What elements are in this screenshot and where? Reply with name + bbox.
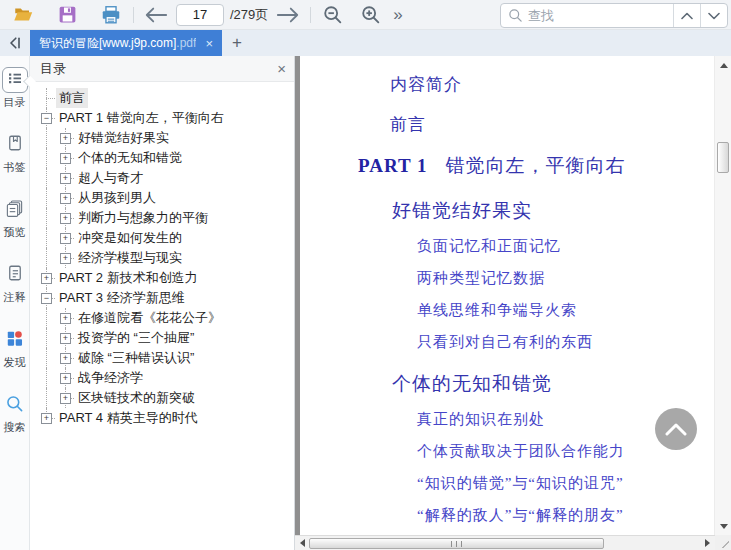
toc-item-label[interactable]: 好错觉结好果实 <box>75 128 172 148</box>
toc-item-label[interactable]: 前言 <box>56 88 88 108</box>
toc-item[interactable]: PART 3 经济学新思维 <box>30 288 294 308</box>
vertical-scrollbar[interactable] <box>714 56 731 535</box>
tree-expander-icon[interactable] <box>60 313 71 324</box>
toc-item[interactable]: PART 4 精英主导的时代 <box>30 408 294 428</box>
toc-item-label[interactable]: PART 3 经济学新思维 <box>56 288 188 308</box>
page-thumbnails-icon <box>5 199 24 222</box>
toc-item-label[interactable]: 从男孩到男人 <box>75 188 159 208</box>
next-page-icon[interactable] <box>276 3 300 27</box>
tree-expander-icon[interactable] <box>60 133 71 144</box>
sidebar-item-preview[interactable]: 预览 <box>2 197 28 240</box>
document-text-line[interactable]: “知识的错觉”与“知识的诅咒” <box>417 474 714 493</box>
tree-expander-icon[interactable] <box>41 413 52 424</box>
page-number-input[interactable] <box>176 4 224 26</box>
tree-expander-icon[interactable] <box>60 193 71 204</box>
document-text-line[interactable]: PART 1错觉向左，平衡向右 <box>358 153 714 179</box>
toc-item[interactable]: 区块链技术的新突破 <box>30 388 294 408</box>
tree-expander-icon[interactable] <box>60 393 71 404</box>
tree-expander-icon[interactable] <box>60 233 71 244</box>
toc-item[interactable]: PART 1 错觉向左，平衡向右 <box>30 108 294 128</box>
toc-item[interactable]: 前言 <box>30 88 294 108</box>
toc-item-label[interactable]: 区块链技术的新突破 <box>75 388 198 408</box>
find-previous-icon[interactable] <box>673 3 700 28</box>
toc-item[interactable]: 破除 “三种错误认识” <box>30 348 294 368</box>
horizontal-scrollbar[interactable] <box>295 535 715 550</box>
toc-item-label[interactable]: 破除 “三种错误认识” <box>75 348 197 368</box>
vertical-scroll-thumb[interactable] <box>717 142 729 173</box>
tree-expander-icon[interactable] <box>60 353 71 364</box>
toc-item-label[interactable]: 战争经济学 <box>75 368 146 388</box>
toc-item[interactable]: 超人与奇才 <box>30 168 294 188</box>
tree-expander-icon[interactable] <box>60 173 71 184</box>
find-input[interactable] <box>528 8 673 23</box>
toc-item[interactable]: 经济学模型与现实 <box>30 248 294 268</box>
back-to-top-button[interactable] <box>655 408 697 450</box>
sidebar-label: 书签 <box>4 160 26 175</box>
find-next-icon[interactable] <box>700 3 727 28</box>
document-text-line[interactable]: 好错觉结好果实 <box>392 198 714 224</box>
document-text-line[interactable]: 内容简介 <box>390 73 714 96</box>
resize-grip[interactable] <box>715 535 731 550</box>
tree-expander-icon[interactable] <box>60 253 71 264</box>
toc-item-label[interactable]: PART 1 错觉向左，平衡向右 <box>56 108 227 128</box>
toc-item-label[interactable]: 个体的无知和错觉 <box>75 148 185 168</box>
open-file-icon[interactable] <box>11 3 35 27</box>
scroll-up-icon[interactable] <box>715 58 731 72</box>
zoom-in-icon[interactable] <box>359 3 383 27</box>
sidebar-item-annotations[interactable]: 注释 <box>2 262 28 305</box>
tab-close-icon[interactable]: × <box>205 36 213 51</box>
toc-item[interactable]: 个体的无知和错觉 <box>30 148 294 168</box>
toc-item-label[interactable]: 在修道院看《花花公子》 <box>75 308 224 328</box>
toc-item-label[interactable]: 超人与奇才 <box>75 168 146 188</box>
tree-expander-icon[interactable] <box>60 153 71 164</box>
toc-item[interactable]: 冲突是如何发生的 <box>30 228 294 248</box>
toc-item-label[interactable]: 冲突是如何发生的 <box>75 228 185 248</box>
tree-expander-icon[interactable] <box>41 273 52 284</box>
toc-item[interactable]: 在修道院看《花花公子》 <box>30 308 294 328</box>
document-text-line[interactable]: 只看到对自己有利的东西 <box>417 333 714 352</box>
zoom-out-icon[interactable] <box>321 3 345 27</box>
toc-item-label[interactable]: PART 4 精英主导的时代 <box>56 408 201 428</box>
document-tab[interactable]: 智识的冒险[www.j9p.com].pdf × <box>30 30 222 56</box>
toc-item[interactable]: PART 2 新技术和创造力 <box>30 268 294 288</box>
pdf-page[interactable]: 内容简介 前言 PART 1错觉向左，平衡向右 好错觉结好果实 负面记忆和正面记… <box>300 56 714 535</box>
tree-expander-icon[interactable] <box>41 113 52 124</box>
scroll-left-icon[interactable] <box>296 536 309 550</box>
document-text-line[interactable]: 负面记忆和正面记忆 <box>417 237 714 256</box>
document-text-line[interactable]: “解释的敌人”与“解释的朋友” <box>417 506 714 525</box>
document-text-line[interactable]: 两种类型记忆数据 <box>417 269 714 288</box>
horizontal-scroll-thumb[interactable] <box>309 538 604 549</box>
toc-item[interactable]: 好错觉结好果实 <box>30 128 294 148</box>
toc-item-label[interactable]: 判断力与想象力的平衡 <box>75 208 211 228</box>
sidebar-item-search[interactable]: 搜索 <box>2 392 28 435</box>
tree-expander-icon[interactable] <box>60 333 71 344</box>
toc-item[interactable]: 判断力与想象力的平衡 <box>30 208 294 228</box>
new-tab-icon[interactable]: + <box>222 30 252 56</box>
toc-item-label[interactable]: PART 2 新技术和创造力 <box>56 268 201 288</box>
bookmark-icon <box>6 134 24 156</box>
toc-item[interactable]: 战争经济学 <box>30 368 294 388</box>
toolbar-overflow-icon[interactable]: » <box>393 5 402 25</box>
toc-panel-close-icon[interactable]: × <box>277 61 286 76</box>
tab-list-collapse-icon[interactable] <box>0 30 30 56</box>
sidebar-item-toc[interactable]: 目录 <box>2 67 28 110</box>
sidebar-item-bookmarks[interactable]: 书签 <box>2 132 28 175</box>
scroll-down-icon[interactable] <box>715 519 731 533</box>
scroll-right-icon[interactable] <box>701 536 714 550</box>
sidebar-item-discover[interactable]: 发现 <box>2 327 28 370</box>
document-text-line[interactable]: 个体的无知和错觉 <box>392 371 714 397</box>
tree-expander-icon[interactable] <box>60 373 71 384</box>
document-text-line[interactable]: 前言 <box>390 113 714 136</box>
save-icon[interactable] <box>55 3 79 27</box>
tree-expander-icon[interactable] <box>60 213 71 224</box>
previous-page-icon[interactable] <box>144 3 168 27</box>
toolbar-separator <box>310 7 311 23</box>
document-text-line[interactable]: 单线思维和争端导火索 <box>417 301 714 320</box>
print-icon[interactable] <box>99 3 123 27</box>
toc-item-label[interactable]: 经济学模型与现实 <box>75 248 185 268</box>
tree-expander-icon[interactable] <box>41 293 52 304</box>
toc-item-label[interactable]: 投资学的 “三个抽屉” <box>75 328 197 348</box>
toc-item[interactable]: 从男孩到男人 <box>30 188 294 208</box>
toc-tree: 前言 PART 1 错觉向左，平衡向右 好错觉结好果实 个 <box>30 82 294 428</box>
toc-item[interactable]: 投资学的 “三个抽屉” <box>30 328 294 348</box>
